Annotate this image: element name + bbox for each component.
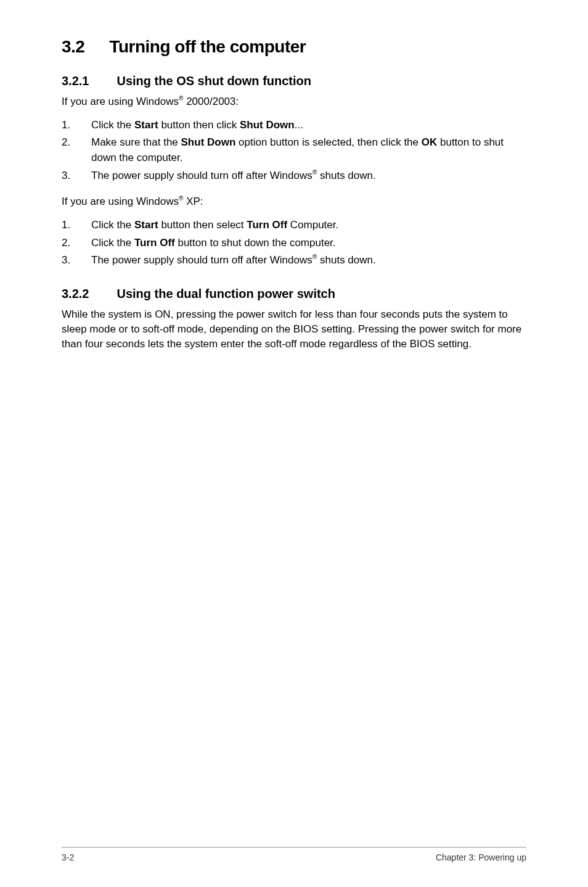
steps-list-2000: Click the Start button then click Shut D… — [62, 118, 526, 184]
list-item: The power supply should turn off after W… — [62, 253, 526, 268]
page-footer: 3-2 Chapter 3: Powering up — [62, 847, 526, 862]
list-item: Click the Turn Off button to shut down t… — [62, 236, 526, 251]
list-item: The power supply should turn off after W… — [62, 168, 526, 184]
body-paragraph: While the system is ON, pressing the pow… — [62, 307, 526, 351]
subsection-title: Using the dual function power switch — [116, 287, 335, 300]
intro-text-xp: If you are using Windows® XP: — [62, 194, 526, 209]
section-3-2-2: 3.2.2Using the dual function power switc… — [62, 287, 526, 351]
heading-number: 3.2 — [62, 37, 84, 57]
subsection-number: 3.2.2 — [62, 287, 89, 301]
intro-text-2000: If you are using Windows® 2000/2003: — [62, 94, 526, 109]
steps-list-xp: Click the Start button then select Turn … — [62, 218, 526, 268]
list-item: Make sure that the Shut Down option butt… — [62, 135, 526, 165]
subsection-number: 3.2.1 — [62, 74, 89, 88]
chapter-label: Chapter 3: Powering up — [436, 852, 526, 862]
list-item: Click the Start button then select Turn … — [62, 218, 526, 233]
section-3-2-1: 3.2.1Using the OS shut down function If … — [62, 74, 526, 268]
subsection-title: Using the OS shut down function — [116, 74, 311, 88]
subsection-heading: 3.2.2Using the dual function power switc… — [62, 287, 526, 301]
page-number: 3-2 — [62, 852, 74, 862]
heading-title: Turning off the computer — [109, 37, 306, 56]
main-heading: 3.2Turning off the computer — [62, 37, 526, 57]
page-content: 3.2Turning off the computer 3.2.1Using t… — [62, 37, 526, 847]
subsection-heading: 3.2.1Using the OS shut down function — [62, 74, 526, 88]
list-item: Click the Start button then click Shut D… — [62, 118, 526, 133]
